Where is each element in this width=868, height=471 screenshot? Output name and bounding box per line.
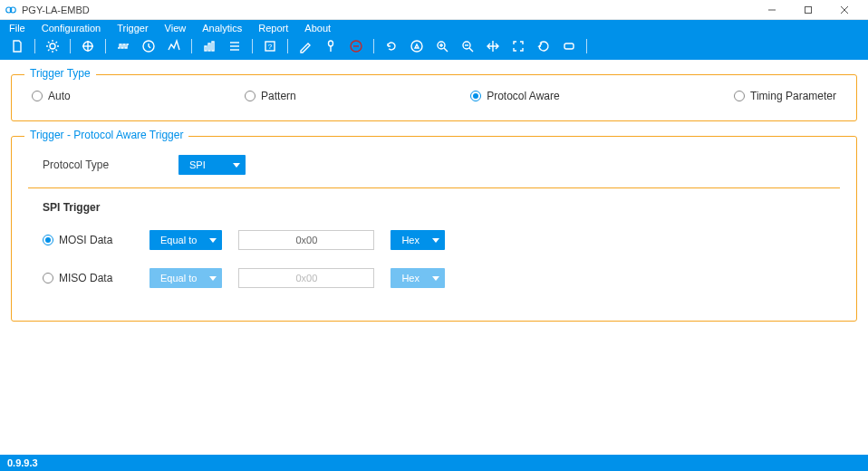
trigger-target-icon[interactable] bbox=[78, 36, 98, 56]
protocol-type-label: Protocol Type bbox=[43, 159, 151, 171]
miso-format-value: Hex bbox=[401, 273, 420, 284]
miso-value-input bbox=[238, 268, 374, 288]
stop-icon[interactable] bbox=[346, 36, 366, 56]
mosi-value-input[interactable] bbox=[238, 230, 374, 250]
mosi-comparator-select[interactable]: Equal to bbox=[149, 230, 222, 250]
radio-timing-parameter[interactable]: Timing Parameter bbox=[734, 90, 836, 102]
content-area: Trigger Type Auto Pattern Protocol Aware… bbox=[0, 60, 868, 455]
compass-icon[interactable] bbox=[407, 36, 427, 56]
inner-divider bbox=[28, 187, 840, 188]
zoom-in-icon[interactable] bbox=[432, 36, 452, 56]
chevron-down-icon bbox=[432, 276, 439, 281]
clock-icon[interactable] bbox=[139, 36, 159, 56]
miso-comparator-select[interactable]: Equal to bbox=[149, 268, 222, 288]
radio-protocol-aware[interactable]: Protocol Aware bbox=[470, 90, 560, 102]
menu-about[interactable]: About bbox=[304, 23, 331, 34]
svg-text:?: ? bbox=[268, 43, 273, 51]
close-button[interactable] bbox=[826, 0, 863, 20]
help-icon[interactable]: ? bbox=[260, 36, 280, 56]
gear-icon[interactable] bbox=[43, 36, 63, 56]
toolbar-separator bbox=[191, 39, 192, 53]
chevron-down-icon bbox=[209, 238, 217, 243]
group-legend-trigger-type: Trigger Type bbox=[24, 67, 96, 80]
menu-analytics[interactable]: Analytics bbox=[202, 23, 242, 34]
toolbar-separator bbox=[34, 39, 35, 53]
menu-configuration[interactable]: Configuration bbox=[42, 23, 101, 34]
mosi-format-value: Hex bbox=[401, 235, 420, 245]
mosi-comparator-value: Equal to bbox=[160, 235, 197, 245]
trigger-type-radio-row: Auto Pattern Protocol Aware Timing Param… bbox=[26, 90, 842, 102]
svg-rect-13 bbox=[212, 42, 214, 51]
radio-timing-parameter-label: Timing Parameter bbox=[750, 90, 836, 102]
pen-icon[interactable] bbox=[295, 36, 315, 56]
list-icon[interactable] bbox=[225, 36, 245, 56]
maximize-button[interactable] bbox=[790, 0, 826, 20]
svg-point-19 bbox=[329, 41, 333, 46]
chart-icon[interactable] bbox=[199, 36, 219, 56]
toolbar-separator bbox=[287, 39, 288, 53]
app-logo-icon bbox=[5, 5, 16, 15]
minimize-button[interactable] bbox=[754, 0, 790, 20]
toolbar-separator bbox=[105, 39, 106, 53]
chevron-down-icon bbox=[432, 238, 439, 243]
statusbar: 0.9.9.3 bbox=[0, 455, 868, 471]
miso-comparator-value: Equal to bbox=[160, 273, 197, 284]
svg-point-22 bbox=[411, 41, 422, 52]
signal-icon[interactable] bbox=[164, 36, 184, 56]
refresh-icon[interactable] bbox=[381, 36, 401, 56]
group-legend-protocol: Trigger - Protocol Aware Trigger bbox=[24, 129, 188, 141]
radio-miso-data[interactable]: MISO Data bbox=[43, 272, 133, 284]
chevron-down-icon bbox=[233, 163, 240, 168]
probe-icon[interactable] bbox=[321, 36, 341, 56]
radio-mosi-data[interactable]: MOSI Data bbox=[43, 234, 133, 246]
menu-trigger[interactable]: Trigger bbox=[117, 23, 148, 34]
protocol-type-value: SPI bbox=[189, 159, 206, 170]
miso-format-select[interactable]: Hex bbox=[391, 268, 445, 288]
label-icon[interactable] bbox=[559, 36, 579, 56]
group-trigger-type: Trigger Type Auto Pattern Protocol Aware… bbox=[11, 74, 857, 121]
toolbar-separator bbox=[373, 39, 374, 53]
window-title: PGY-LA-EMBD bbox=[22, 5, 90, 15]
toolbar-separator bbox=[252, 39, 253, 53]
svg-rect-12 bbox=[208, 43, 210, 51]
version-label: 0.9.9.3 bbox=[7, 457, 38, 468]
menu-file[interactable]: File bbox=[9, 23, 25, 34]
menu-report[interactable]: Report bbox=[258, 23, 288, 34]
radio-protocol-aware-label: Protocol Aware bbox=[487, 90, 560, 102]
miso-row: MISO Data Equal to Hex bbox=[26, 264, 842, 303]
undo-icon[interactable] bbox=[534, 36, 554, 56]
svg-point-6 bbox=[50, 43, 55, 49]
titlebar: PGY-LA-EMBD bbox=[0, 0, 868, 20]
ribbon: File Configuration Trigger View Analytic… bbox=[0, 20, 868, 60]
zoom-out-icon[interactable] bbox=[458, 36, 477, 56]
pan-icon[interactable] bbox=[483, 36, 503, 56]
svg-rect-30 bbox=[564, 43, 574, 49]
spi-trigger-heading: SPI Trigger bbox=[26, 201, 842, 226]
chevron-down-icon bbox=[209, 276, 217, 281]
toolbar-separator bbox=[70, 39, 71, 53]
file-icon[interactable] bbox=[7, 36, 27, 56]
waveform-icon[interactable] bbox=[113, 36, 133, 56]
menu-view[interactable]: View bbox=[165, 23, 187, 34]
fit-icon[interactable] bbox=[508, 36, 528, 56]
toolbar: ? bbox=[0, 34, 868, 60]
radio-miso-label: MISO Data bbox=[59, 272, 112, 284]
menubar: File Configuration Trigger View Analytic… bbox=[0, 20, 868, 34]
toolbar-separator bbox=[586, 39, 587, 53]
protocol-type-row: Protocol Type SPI bbox=[26, 151, 842, 187]
radio-mosi-label: MOSI Data bbox=[59, 234, 112, 246]
svg-point-1 bbox=[10, 7, 15, 13]
radio-auto[interactable]: Auto bbox=[32, 90, 71, 102]
svg-rect-11 bbox=[205, 46, 207, 51]
radio-pattern-label: Pattern bbox=[261, 90, 296, 102]
radio-auto-label: Auto bbox=[48, 90, 71, 102]
group-protocol-aware: Trigger - Protocol Aware Trigger Protoco… bbox=[11, 136, 857, 322]
radio-pattern[interactable]: Pattern bbox=[245, 90, 296, 102]
mosi-row: MOSI Data Equal to Hex bbox=[26, 226, 842, 264]
svg-line-24 bbox=[444, 48, 448, 52]
svg-rect-3 bbox=[805, 6, 812, 13]
mosi-format-select[interactable]: Hex bbox=[391, 230, 445, 250]
svg-line-28 bbox=[469, 48, 473, 52]
protocol-type-select[interactable]: SPI bbox=[178, 155, 246, 175]
